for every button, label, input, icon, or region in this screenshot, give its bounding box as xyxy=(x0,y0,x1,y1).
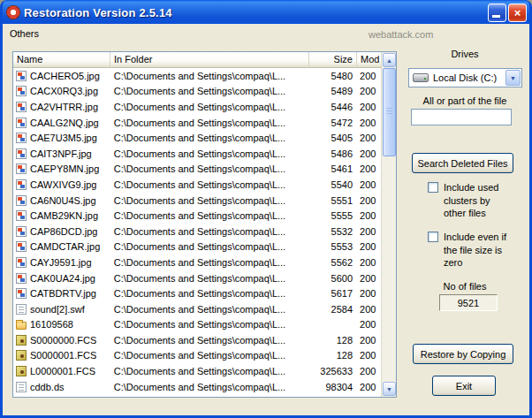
file-mod: 200 xyxy=(356,366,381,376)
minimize-button[interactable] xyxy=(488,4,506,22)
image-file-icon xyxy=(16,133,27,143)
app-icon xyxy=(6,5,20,19)
scroll-down-icon: ▼ xyxy=(386,386,392,392)
image-file-icon xyxy=(16,210,27,221)
file-mod: 200 xyxy=(356,304,381,315)
file-folder: C:\Documents and Settings\compaq\L... xyxy=(110,257,308,268)
scroll-thumb[interactable] xyxy=(383,68,396,156)
file-size: 5562 xyxy=(308,257,356,268)
file-row[interactable]: CAIT3NPF.jpg C:\Documents and Settings\c… xyxy=(13,146,381,162)
file-row[interactable]: CA2VHTRR.jpg C:\Documents and Settings\c… xyxy=(13,99,381,115)
no-of-files-label: No of files xyxy=(407,281,522,292)
file-row[interactable]: S0000001.FCS C:\Documents and Settings\c… xyxy=(13,348,381,364)
file-filter-input[interactable] xyxy=(411,109,512,125)
file-row[interactable]: 16109568 C:\Documents and Settings\compa… xyxy=(13,317,381,333)
file-size: 5532 xyxy=(308,226,356,237)
include-zero-size-option: Include even if the file size is zero xyxy=(428,231,516,270)
file-name: CAWXIVG9.jpg xyxy=(30,179,96,190)
col-header-mod[interactable]: Mod xyxy=(357,52,382,68)
file-folder: C:\Documents and Settings\compaq\L... xyxy=(110,133,308,143)
file-name: L0000001.FCS xyxy=(30,366,95,376)
file-row[interactable]: CAMB29KN.jpg C:\Documents and Settings\c… xyxy=(13,208,381,224)
file-size: 5617 xyxy=(308,288,356,299)
image-file-icon xyxy=(16,71,27,81)
file-mod: 200 xyxy=(356,273,381,284)
file-size: 5489 xyxy=(308,86,356,96)
file-folder: C:\Documents and Settings\compaq\L... xyxy=(110,335,308,346)
file-size: 128 xyxy=(308,335,356,346)
file-folder: C:\Documents and Settings\compaq\L... xyxy=(110,350,308,361)
file-row[interactable]: sound[2].swf C:\Documents and Settings\c… xyxy=(13,301,381,317)
file-row[interactable]: CAALG2NQ.jpg C:\Documents and Settings\c… xyxy=(13,115,381,131)
file-row[interactable]: S0000000.FCS C:\Documents and Settings\c… xyxy=(13,332,381,348)
include-used-clusters-checkbox[interactable] xyxy=(428,182,438,193)
file-row[interactable]: CAEPY8MN.jpg C:\Documents and Settings\c… xyxy=(13,162,381,178)
menu-item-others[interactable]: Others xyxy=(3,25,46,42)
file-row[interactable]: CAYJ9591.jpg C:\Documents and Settings\c… xyxy=(13,255,381,270)
file-mod: 200 xyxy=(356,257,381,268)
file-name: CAMB29KN.jpg xyxy=(30,210,98,221)
file-name: S0000000.FCS xyxy=(30,335,96,346)
window-body: Others webattack.com Name In Folder Size… xyxy=(3,24,529,415)
file-mod: 200 xyxy=(356,71,381,81)
file-row[interactable]: CAWXIVG9.jpg C:\Documents and Settings\c… xyxy=(13,177,381,193)
col-header-folder[interactable]: In Folder xyxy=(110,52,309,68)
file-mod: 200 xyxy=(356,210,381,221)
window-controls: × xyxy=(488,4,527,22)
file-row[interactable]: CACX0RQ3.jpg C:\Documents and Settings\c… xyxy=(13,84,381,100)
file-row[interactable]: CA6N0U4S.jpg C:\Documents and Settings\c… xyxy=(13,193,381,209)
file-size: 5446 xyxy=(308,102,356,112)
drive-select-button[interactable]: ▼ xyxy=(505,70,521,86)
file-size: 5472 xyxy=(308,118,356,128)
file-row[interactable]: CACHERO5.jpg C:\Documents and Settings\c… xyxy=(13,68,381,84)
vertical-scrollbar[interactable]: ▲ ▼ xyxy=(381,52,396,397)
file-name: CACHERO5.jpg xyxy=(30,71,100,81)
search-deleted-files-button[interactable]: Search Deleted Files xyxy=(412,153,513,173)
file-mod: 200 xyxy=(356,335,381,346)
scroll-down-button[interactable]: ▼ xyxy=(383,382,396,396)
file-folder: C:\Documents and Settings\compaq\L... xyxy=(110,179,308,190)
file-row[interactable]: CAMDCTAR.jpg C:\Documents and Settings\c… xyxy=(13,239,381,255)
file-list-body: CACHERO5.jpg C:\Documents and Settings\c… xyxy=(13,68,381,397)
file-mod: 200 xyxy=(356,241,381,252)
file-size: 5551 xyxy=(308,195,356,206)
file-mod: 200 xyxy=(356,195,381,206)
file-size: 325633 xyxy=(308,366,356,376)
page-file-icon xyxy=(16,304,27,315)
drive-select[interactable]: Local Disk (C:) ▼ xyxy=(408,68,522,87)
file-row[interactable]: CAE7U3M5.jpg C:\Documents and Settings\c… xyxy=(13,130,381,146)
file-size: 98304 xyxy=(308,382,356,392)
file-row[interactable]: CATBDRTV.jpg C:\Documents and Settings\c… xyxy=(13,285,381,301)
file-folder: C:\Documents and Settings\compaq\L... xyxy=(110,382,308,392)
file-folder: C:\Documents and Settings\compaq\L... xyxy=(110,226,308,237)
scroll-up-button[interactable]: ▲ xyxy=(383,53,396,67)
file-row[interactable]: CAK0UA24.jpg C:\Documents and Settings\c… xyxy=(13,270,381,286)
close-button[interactable]: × xyxy=(508,4,527,22)
include-zero-size-checkbox[interactable] xyxy=(428,232,438,242)
menubar: Others xyxy=(3,24,529,42)
restore-by-copying-button[interactable]: Restore by Copying xyxy=(413,344,513,364)
file-size: 5555 xyxy=(308,210,356,221)
file-name: CA6N0U4S.jpg xyxy=(30,195,96,206)
file-list: Name In Folder Size Mod CACHERO5.jpg C:\… xyxy=(12,51,397,398)
file-mod: 200 xyxy=(356,382,381,392)
file-folder: C:\Documents and Settings\compaq\L... xyxy=(110,195,308,206)
file-folder: C:\Documents and Settings\compaq\L... xyxy=(110,288,308,299)
col-header-size[interactable]: Size xyxy=(309,52,357,68)
file-mod: 200 xyxy=(356,133,381,143)
file-mod: 200 xyxy=(356,319,381,330)
col-header-name[interactable]: Name xyxy=(13,52,110,68)
file-folder: C:\Documents and Settings\compaq\L... xyxy=(110,319,308,330)
file-name: CAALG2NQ.jpg xyxy=(30,118,99,128)
media-file-icon xyxy=(16,335,27,346)
file-row[interactable]: cddb.ds C:\Documents and Settings\compaq… xyxy=(13,379,381,395)
file-mod: 200 xyxy=(356,163,381,174)
file-row[interactable]: CAP86DCD.jpg C:\Documents and Settings\c… xyxy=(13,224,381,239)
file-mod: 200 xyxy=(356,118,381,128)
file-size: 5480 xyxy=(308,71,356,81)
media-file-icon xyxy=(16,350,27,361)
file-row[interactable]: L0000001.FCS C:\Documents and Settings\c… xyxy=(13,363,381,379)
titlebar[interactable]: Restoration Version 2.5.14 × xyxy=(3,0,529,24)
exit-button[interactable]: Exit xyxy=(432,376,496,396)
file-name: CAYJ9591.jpg xyxy=(30,257,92,268)
